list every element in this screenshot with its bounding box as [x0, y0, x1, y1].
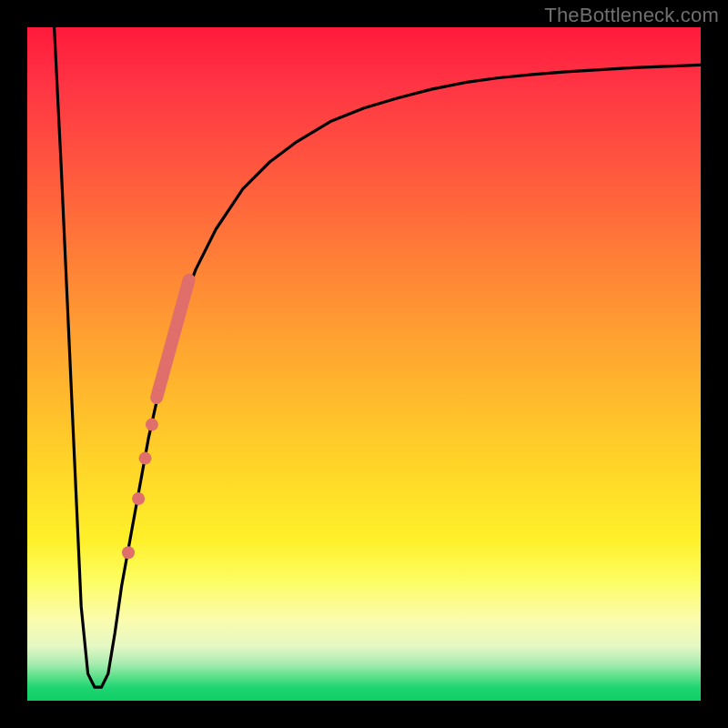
chart-frame: TheBottleneck.com: [0, 0, 728, 728]
pink-dot: [132, 492, 145, 505]
pink-dot: [146, 419, 158, 431]
bottleneck-curve: [55, 27, 701, 687]
watermark-text: TheBottleneck.com: [544, 4, 719, 27]
pink-band: [157, 280, 189, 399]
curve-layer: [27, 27, 701, 701]
pink-dot: [122, 546, 135, 559]
plot-area: [27, 27, 701, 701]
pink-dot: [139, 452, 152, 465]
